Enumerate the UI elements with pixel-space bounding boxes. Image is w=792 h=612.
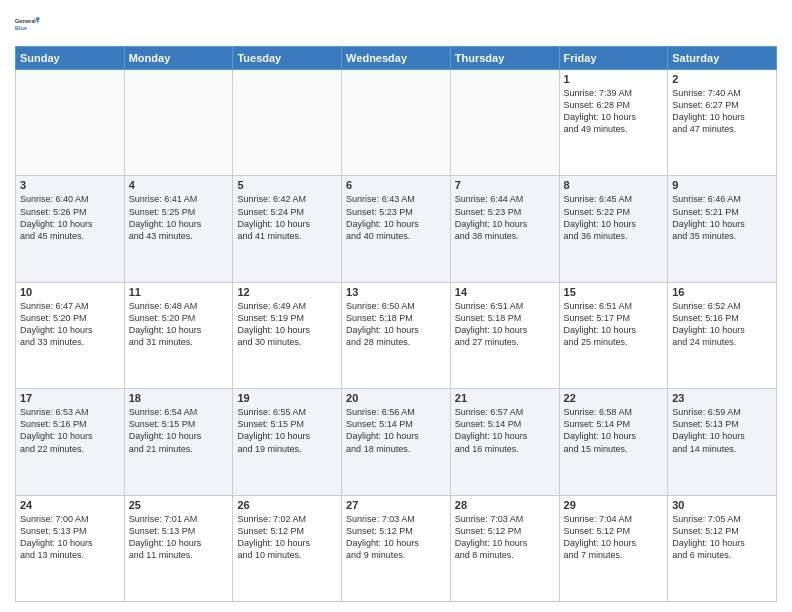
day-cell: 16Sunrise: 6:52 AM Sunset: 5:16 PM Dayli…	[668, 282, 777, 388]
day-info: Sunrise: 6:42 AM Sunset: 5:24 PM Dayligh…	[237, 193, 337, 242]
day-info: Sunrise: 6:49 AM Sunset: 5:19 PM Dayligh…	[237, 300, 337, 349]
day-info: Sunrise: 6:57 AM Sunset: 5:14 PM Dayligh…	[455, 406, 555, 455]
header: GeneralBlue	[15, 10, 777, 38]
day-number: 21	[455, 392, 555, 404]
day-info: Sunrise: 7:39 AM Sunset: 6:28 PM Dayligh…	[564, 87, 664, 136]
svg-text:General: General	[15, 18, 36, 24]
day-number: 7	[455, 179, 555, 191]
week-row-2: 10Sunrise: 6:47 AM Sunset: 5:20 PM Dayli…	[16, 282, 777, 388]
svg-text:Blue: Blue	[15, 25, 27, 31]
day-info: Sunrise: 6:56 AM Sunset: 5:14 PM Dayligh…	[346, 406, 446, 455]
day-cell: 14Sunrise: 6:51 AM Sunset: 5:18 PM Dayli…	[450, 282, 559, 388]
day-info: Sunrise: 7:03 AM Sunset: 5:12 PM Dayligh…	[346, 513, 446, 562]
day-info: Sunrise: 7:05 AM Sunset: 5:12 PM Dayligh…	[672, 513, 772, 562]
day-number: 4	[129, 179, 229, 191]
day-cell: 20Sunrise: 6:56 AM Sunset: 5:14 PM Dayli…	[342, 389, 451, 495]
day-cell: 4Sunrise: 6:41 AM Sunset: 5:25 PM Daylig…	[124, 176, 233, 282]
day-cell: 13Sunrise: 6:50 AM Sunset: 5:18 PM Dayli…	[342, 282, 451, 388]
day-cell: 12Sunrise: 6:49 AM Sunset: 5:19 PM Dayli…	[233, 282, 342, 388]
day-info: Sunrise: 7:02 AM Sunset: 5:12 PM Dayligh…	[237, 513, 337, 562]
day-cell	[124, 70, 233, 176]
day-info: Sunrise: 6:46 AM Sunset: 5:21 PM Dayligh…	[672, 193, 772, 242]
calendar-body: 1Sunrise: 7:39 AM Sunset: 6:28 PM Daylig…	[16, 70, 777, 602]
day-number: 11	[129, 286, 229, 298]
calendar-table: SundayMondayTuesdayWednesdayThursdayFrid…	[15, 46, 777, 602]
weekday-sunday: Sunday	[16, 47, 125, 70]
day-cell: 10Sunrise: 6:47 AM Sunset: 5:20 PM Dayli…	[16, 282, 125, 388]
day-number: 3	[20, 179, 120, 191]
day-info: Sunrise: 6:50 AM Sunset: 5:18 PM Dayligh…	[346, 300, 446, 349]
page: GeneralBlue SundayMondayTuesdayWednesday…	[0, 0, 792, 612]
day-cell	[342, 70, 451, 176]
logo: GeneralBlue	[15, 10, 43, 38]
weekday-friday: Friday	[559, 47, 668, 70]
day-cell: 19Sunrise: 6:55 AM Sunset: 5:15 PM Dayli…	[233, 389, 342, 495]
day-cell: 28Sunrise: 7:03 AM Sunset: 5:12 PM Dayli…	[450, 495, 559, 601]
day-cell: 5Sunrise: 6:42 AM Sunset: 5:24 PM Daylig…	[233, 176, 342, 282]
day-info: Sunrise: 7:04 AM Sunset: 5:12 PM Dayligh…	[564, 513, 664, 562]
weekday-wednesday: Wednesday	[342, 47, 451, 70]
day-number: 24	[20, 499, 120, 511]
day-info: Sunrise: 6:54 AM Sunset: 5:15 PM Dayligh…	[129, 406, 229, 455]
day-cell: 29Sunrise: 7:04 AM Sunset: 5:12 PM Dayli…	[559, 495, 668, 601]
day-info: Sunrise: 6:53 AM Sunset: 5:16 PM Dayligh…	[20, 406, 120, 455]
day-number: 16	[672, 286, 772, 298]
weekday-monday: Monday	[124, 47, 233, 70]
day-number: 1	[564, 73, 664, 85]
day-number: 22	[564, 392, 664, 404]
day-cell: 24Sunrise: 7:00 AM Sunset: 5:13 PM Dayli…	[16, 495, 125, 601]
day-cell: 6Sunrise: 6:43 AM Sunset: 5:23 PM Daylig…	[342, 176, 451, 282]
day-cell: 11Sunrise: 6:48 AM Sunset: 5:20 PM Dayli…	[124, 282, 233, 388]
day-number: 15	[564, 286, 664, 298]
day-number: 10	[20, 286, 120, 298]
logo-icon: GeneralBlue	[15, 10, 43, 38]
day-info: Sunrise: 7:03 AM Sunset: 5:12 PM Dayligh…	[455, 513, 555, 562]
week-row-4: 24Sunrise: 7:00 AM Sunset: 5:13 PM Dayli…	[16, 495, 777, 601]
day-cell: 8Sunrise: 6:45 AM Sunset: 5:22 PM Daylig…	[559, 176, 668, 282]
day-number: 17	[20, 392, 120, 404]
weekday-header-row: SundayMondayTuesdayWednesdayThursdayFrid…	[16, 47, 777, 70]
day-cell: 22Sunrise: 6:58 AM Sunset: 5:14 PM Dayli…	[559, 389, 668, 495]
day-info: Sunrise: 6:51 AM Sunset: 5:17 PM Dayligh…	[564, 300, 664, 349]
day-cell: 21Sunrise: 6:57 AM Sunset: 5:14 PM Dayli…	[450, 389, 559, 495]
day-number: 19	[237, 392, 337, 404]
day-info: Sunrise: 6:45 AM Sunset: 5:22 PM Dayligh…	[564, 193, 664, 242]
day-number: 5	[237, 179, 337, 191]
day-number: 23	[672, 392, 772, 404]
day-number: 20	[346, 392, 446, 404]
day-cell: 9Sunrise: 6:46 AM Sunset: 5:21 PM Daylig…	[668, 176, 777, 282]
day-info: Sunrise: 6:41 AM Sunset: 5:25 PM Dayligh…	[129, 193, 229, 242]
day-cell: 7Sunrise: 6:44 AM Sunset: 5:23 PM Daylig…	[450, 176, 559, 282]
day-number: 6	[346, 179, 446, 191]
weekday-tuesday: Tuesday	[233, 47, 342, 70]
day-number: 13	[346, 286, 446, 298]
weekday-thursday: Thursday	[450, 47, 559, 70]
day-number: 9	[672, 179, 772, 191]
day-cell: 18Sunrise: 6:54 AM Sunset: 5:15 PM Dayli…	[124, 389, 233, 495]
day-info: Sunrise: 7:00 AM Sunset: 5:13 PM Dayligh…	[20, 513, 120, 562]
day-number: 27	[346, 499, 446, 511]
day-number: 18	[129, 392, 229, 404]
day-number: 28	[455, 499, 555, 511]
day-number: 14	[455, 286, 555, 298]
day-cell: 26Sunrise: 7:02 AM Sunset: 5:12 PM Dayli…	[233, 495, 342, 601]
day-cell	[450, 70, 559, 176]
day-info: Sunrise: 6:59 AM Sunset: 5:13 PM Dayligh…	[672, 406, 772, 455]
week-row-3: 17Sunrise: 6:53 AM Sunset: 5:16 PM Dayli…	[16, 389, 777, 495]
day-number: 29	[564, 499, 664, 511]
day-info: Sunrise: 6:44 AM Sunset: 5:23 PM Dayligh…	[455, 193, 555, 242]
day-cell	[233, 70, 342, 176]
day-cell: 23Sunrise: 6:59 AM Sunset: 5:13 PM Dayli…	[668, 389, 777, 495]
day-cell: 30Sunrise: 7:05 AM Sunset: 5:12 PM Dayli…	[668, 495, 777, 601]
day-number: 12	[237, 286, 337, 298]
svg-marker-2	[36, 18, 40, 24]
day-info: Sunrise: 6:47 AM Sunset: 5:20 PM Dayligh…	[20, 300, 120, 349]
day-info: Sunrise: 6:55 AM Sunset: 5:15 PM Dayligh…	[237, 406, 337, 455]
day-info: Sunrise: 6:52 AM Sunset: 5:16 PM Dayligh…	[672, 300, 772, 349]
day-cell: 2Sunrise: 7:40 AM Sunset: 6:27 PM Daylig…	[668, 70, 777, 176]
weekday-saturday: Saturday	[668, 47, 777, 70]
day-cell: 1Sunrise: 7:39 AM Sunset: 6:28 PM Daylig…	[559, 70, 668, 176]
day-info: Sunrise: 7:40 AM Sunset: 6:27 PM Dayligh…	[672, 87, 772, 136]
day-cell: 15Sunrise: 6:51 AM Sunset: 5:17 PM Dayli…	[559, 282, 668, 388]
day-number: 30	[672, 499, 772, 511]
